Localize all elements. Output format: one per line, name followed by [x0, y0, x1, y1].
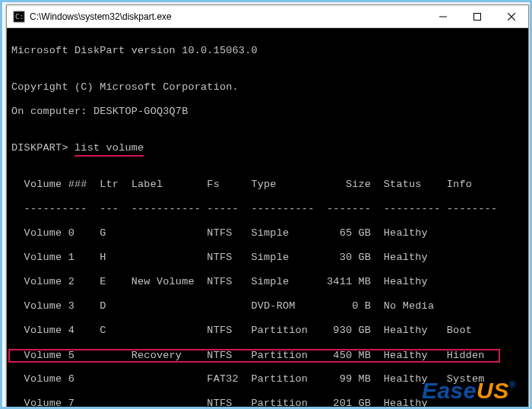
version-line: Microsoft DiskPart version 10.0.15063.0: [11, 45, 524, 57]
table-header: Volume ### Ltr Label Fs Type Size Status…: [11, 179, 524, 191]
table-row: Volume 0 G NTFS Simple 65 GB Healthy: [11, 227, 524, 239]
watermark-logo: EaseUS®: [422, 378, 516, 404]
copyright-line: Copyright (C) Microsoft Corporation.: [11, 81, 524, 94]
cmd-list-volume: list volume: [74, 142, 144, 157]
table-divider: ---------- --- ----------- ----- -------…: [11, 203, 524, 215]
terminal-output[interactable]: Microsoft DiskPart version 10.0.15063.0 …: [7, 28, 528, 407]
table-row: Volume 3 D DVD-ROM 0 B No Media: [11, 300, 524, 312]
svg-text:C:: C:: [15, 13, 24, 21]
table-row-highlighted: Volume 5 Recovery NTFS Partition 450 MB …: [11, 349, 524, 361]
table-row: Volume 2 E New Volume NTFS Simple 3411 M…: [11, 276, 524, 288]
console-window: C: C:\Windows\system32\diskpart.exe Micr…: [6, 5, 529, 407]
window-title: C:\Windows\system32\diskpart.exe: [30, 11, 426, 22]
svg-rect-3: [473, 13, 480, 20]
titlebar[interactable]: C: C:\Windows\system32\diskpart.exe: [7, 5, 528, 28]
brand-us: US: [477, 378, 509, 403]
app-icon: C:: [13, 11, 25, 23]
minimize-button[interactable]: [426, 5, 460, 27]
window-controls: [426, 5, 528, 27]
computer-line: On computer: DESKTOP-GOQ3Q7B: [11, 106, 524, 118]
table-row: Volume 4 C NTFS Partition 930 GB Healthy…: [11, 325, 524, 337]
maximize-button[interactable]: [460, 5, 494, 27]
table-row: Volume 1 H NTFS Simple 30 GB Healthy: [11, 252, 524, 264]
prompt-line-1: DISKPART> list volume: [11, 142, 524, 154]
brand-reg: ®: [509, 379, 516, 390]
close-button[interactable]: [494, 5, 528, 27]
brand-ease: Ease: [422, 378, 477, 403]
